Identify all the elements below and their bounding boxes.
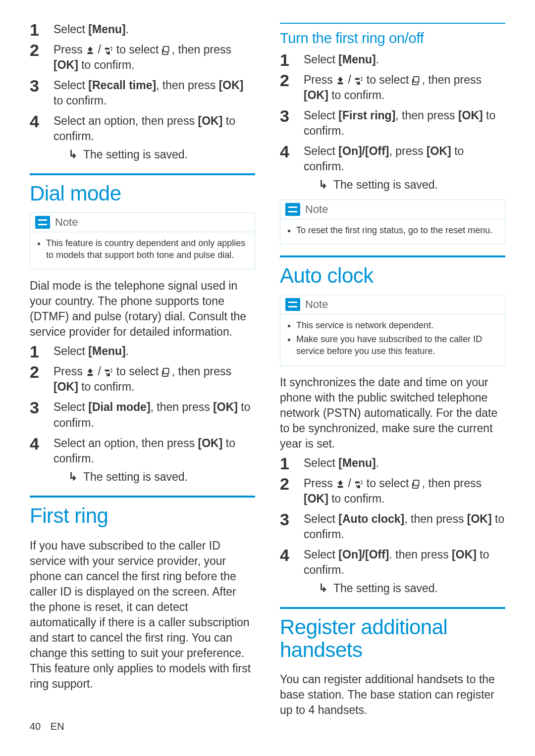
note-box: Note This feature is country dependent a… — [30, 212, 255, 270]
step-text: Select [Auto clock], then press [OK] to … — [304, 512, 504, 541]
result-arrow-icon: ↳ — [68, 469, 77, 484]
step-text: Select an option, then press [OK] to con… — [54, 437, 235, 465]
down-arrow-icon — [354, 76, 363, 85]
subsection-heading-turn-first-ring: Turn the first ring on/off — [280, 30, 505, 47]
note-icon — [35, 216, 50, 229]
result-text: The setting is saved. — [333, 177, 438, 193]
step: Press / to select , then press [OK] to c… — [280, 476, 505, 506]
paragraph: Dial mode is the telephone signal used i… — [30, 278, 255, 340]
result-arrow-icon: ↳ — [319, 177, 327, 192]
up-arrow-icon — [336, 76, 345, 85]
step-text: Press / to select , then press [OK] to c… — [54, 365, 231, 393]
step: Select [Menu]. — [30, 22, 255, 37]
note-box: Note To reset the first ring status, go … — [280, 200, 505, 245]
result-line: ↳ The setting is saved. — [68, 147, 255, 162]
step: Select [Menu]. — [30, 344, 255, 359]
dial-mode-steps: Select [Menu]. Press / to select , then … — [30, 344, 255, 484]
note-item: This service is network dependent. — [296, 319, 498, 331]
note-icon — [285, 203, 300, 216]
step: Select [First ring], then press [OK] to … — [280, 108, 505, 139]
step: Select [On]/[Off]. then press [OK] to co… — [280, 547, 505, 596]
step-text: Select [Recall time], then press [OK] to… — [54, 79, 244, 107]
note-icon — [285, 298, 300, 311]
step: Select an option, then press [OK] to con… — [30, 113, 255, 162]
note-box: Note This service is network dependent. … — [280, 295, 505, 366]
step-text: Press / to select , then press [OK] to c… — [54, 43, 231, 71]
step: Press / to select , then press [OK] to c… — [30, 42, 255, 73]
step-text: Select [Menu]. — [54, 23, 129, 36]
result-text: The setting is saved. — [333, 581, 438, 596]
step-text: Select [Menu]. — [304, 456, 379, 469]
section-divider — [30, 173, 255, 175]
step-text: Select [Menu]. — [304, 53, 379, 66]
up-arrow-icon — [86, 46, 95, 55]
paragraph: It synchronizes the date and time on you… — [280, 375, 505, 452]
up-arrow-icon — [86, 368, 95, 377]
recall-time-steps: Select [Menu]. Press / to select , then … — [30, 22, 255, 162]
section-heading-dial-mode: Dial mode — [30, 182, 255, 205]
section-divider — [280, 607, 505, 609]
step-text: Press / to select , then press [OK] to c… — [304, 477, 482, 505]
page-footer: 40 EN — [30, 721, 64, 732]
up-arrow-icon — [336, 480, 345, 489]
step-text: Select [First ring], then press [OK] to … — [304, 109, 495, 137]
step: Select [On]/[Off], press [OK] to confirm… — [280, 144, 505, 193]
page-language: EN — [51, 721, 64, 732]
down-arrow-icon — [354, 480, 363, 489]
step-text: Select [On]/[Off]. then press [OK] to co… — [304, 548, 489, 576]
step-text: Select [Menu]. — [54, 345, 129, 357]
result-line: ↳ The setting is saved. — [68, 469, 255, 485]
down-arrow-icon — [104, 368, 113, 377]
section-divider — [280, 255, 505, 257]
paragraph: If you have subscribed to the caller ID … — [30, 538, 255, 692]
section-divider — [30, 496, 255, 498]
step: Select [Menu]. — [280, 52, 505, 67]
settings-icon — [412, 480, 422, 489]
note-item: This feature is country dependent and on… — [46, 237, 248, 261]
note-label: Note — [305, 298, 328, 311]
step: Select [Dial mode], then press [OK] to c… — [30, 400, 255, 430]
step: Select [Recall time], then press [OK] to… — [30, 78, 255, 108]
step: Press / to select , then press [OK] to c… — [280, 72, 505, 103]
settings-icon — [162, 368, 172, 377]
section-heading-auto-clock: Auto clock — [280, 264, 505, 287]
section-divider — [280, 23, 505, 24]
step: Select an option, then press [OK] to con… — [30, 436, 255, 485]
down-arrow-icon — [104, 46, 113, 55]
page-number: 40 — [30, 721, 41, 732]
settings-icon — [412, 76, 422, 85]
result-line: ↳ The setting is saved. — [319, 581, 505, 596]
paragraph: You can register additional handsets to … — [280, 672, 505, 718]
result-arrow-icon: ↳ — [68, 147, 77, 162]
result-text: The setting is saved. — [83, 147, 188, 162]
settings-icon — [162, 46, 172, 55]
step-text: Select an option, then press [OK] to con… — [54, 114, 235, 143]
note-item: To reset the first ring status, go to th… — [296, 224, 498, 236]
turn-first-ring-steps: Select [Menu]. Press / to select , then … — [280, 52, 505, 193]
note-label: Note — [305, 203, 328, 216]
step: Select [Auto clock], then press [OK] to … — [280, 511, 505, 542]
auto-clock-steps: Select [Menu]. Press / to select , then … — [280, 455, 505, 596]
section-heading-first-ring: First ring — [30, 504, 255, 527]
note-label: Note — [55, 216, 78, 229]
step-text: Select [Dial mode], then press [OK] to c… — [54, 401, 251, 429]
step-text: Select [On]/[Off], press [OK] to confirm… — [304, 145, 464, 173]
result-arrow-icon: ↳ — [319, 581, 327, 596]
note-item: Make sure you have subscribed to the cal… — [296, 333, 498, 357]
section-heading-register: Register additional handsets — [280, 616, 505, 661]
result-text: The setting is saved. — [83, 469, 188, 485]
result-line: ↳ The setting is saved. — [319, 177, 505, 193]
step: Select [Menu]. — [280, 455, 505, 471]
step-text: Press / to select , then press [OK] to c… — [304, 73, 482, 101]
step: Press / to select , then press [OK] to c… — [30, 364, 255, 395]
